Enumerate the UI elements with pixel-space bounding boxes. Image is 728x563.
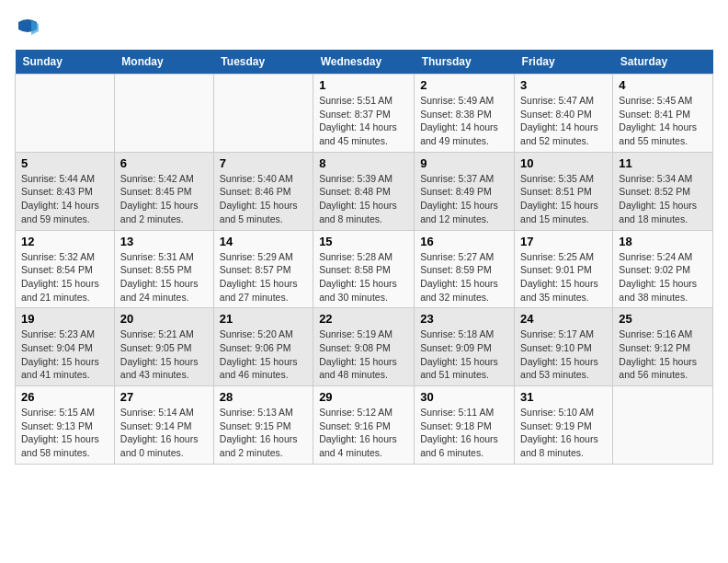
calendar-cell: 31Sunrise: 5:10 AM Sunset: 9:19 PM Dayli…	[515, 386, 613, 465]
day-info: Sunrise: 5:20 AM Sunset: 9:06 PM Dayligh…	[220, 327, 307, 382]
calendar-cell: 26Sunrise: 5:15 AM Sunset: 9:13 PM Dayli…	[16, 386, 115, 465]
day-info: Sunrise: 5:10 AM Sunset: 9:19 PM Dayligh…	[520, 406, 607, 460]
day-number: 3	[520, 78, 607, 92]
calendar-cell: 11Sunrise: 5:34 AM Sunset: 8:52 PM Dayli…	[613, 152, 713, 230]
day-info: Sunrise: 5:32 AM Sunset: 8:54 PM Dayligh…	[21, 250, 108, 304]
day-number: 6	[120, 156, 208, 170]
day-number: 26	[21, 390, 108, 404]
calendar-cell	[16, 75, 115, 153]
calendar-cell: 14Sunrise: 5:29 AM Sunset: 8:57 PM Dayli…	[213, 230, 313, 308]
calendar-cell: 2Sunrise: 5:49 AM Sunset: 8:38 PM Daylig…	[415, 75, 515, 153]
calendar-week-row: 12Sunrise: 5:32 AM Sunset: 8:54 PM Dayli…	[16, 230, 713, 308]
day-info: Sunrise: 5:12 AM Sunset: 9:16 PM Dayligh…	[319, 406, 408, 460]
calendar-cell: 16Sunrise: 5:27 AM Sunset: 8:59 PM Dayli…	[415, 230, 515, 308]
calendar-day-header: Thursday	[415, 50, 515, 75]
calendar-cell: 6Sunrise: 5:42 AM Sunset: 8:45 PM Daylig…	[114, 152, 213, 230]
day-number: 19	[21, 312, 108, 326]
calendar-cell: 1Sunrise: 5:51 AM Sunset: 8:37 PM Daylig…	[313, 75, 415, 153]
calendar-cell: 8Sunrise: 5:39 AM Sunset: 8:48 PM Daylig…	[313, 152, 415, 230]
day-info: Sunrise: 5:14 AM Sunset: 9:14 PM Dayligh…	[120, 406, 208, 460]
day-number: 5	[21, 156, 108, 170]
day-number: 14	[220, 235, 307, 248]
page-header	[15, 15, 713, 40]
day-info: Sunrise: 5:11 AM Sunset: 9:18 PM Dayligh…	[420, 406, 508, 460]
day-info: Sunrise: 5:13 AM Sunset: 9:15 PM Dayligh…	[220, 406, 307, 460]
day-info: Sunrise: 5:44 AM Sunset: 8:43 PM Dayligh…	[21, 172, 108, 226]
day-number: 21	[220, 312, 307, 326]
day-number: 27	[120, 390, 208, 404]
calendar-week-row: 5Sunrise: 5:44 AM Sunset: 8:43 PM Daylig…	[16, 152, 713, 230]
day-number: 15	[319, 235, 408, 248]
day-number: 11	[619, 156, 707, 170]
calendar-day-header: Wednesday	[313, 50, 415, 75]
day-info: Sunrise: 5:45 AM Sunset: 8:41 PM Dayligh…	[619, 94, 707, 148]
calendar-cell: 9Sunrise: 5:37 AM Sunset: 8:49 PM Daylig…	[415, 152, 515, 230]
calendar-cell: 24Sunrise: 5:17 AM Sunset: 9:10 PM Dayli…	[515, 308, 613, 386]
calendar-header-row: SundayMondayTuesdayWednesdayThursdayFrid…	[16, 50, 713, 75]
calendar-cell: 27Sunrise: 5:14 AM Sunset: 9:14 PM Dayli…	[114, 386, 213, 465]
day-number: 12	[21, 235, 108, 248]
day-number: 31	[520, 390, 607, 404]
day-info: Sunrise: 5:21 AM Sunset: 9:05 PM Dayligh…	[120, 327, 208, 382]
day-info: Sunrise: 5:34 AM Sunset: 8:52 PM Dayligh…	[619, 172, 707, 226]
calendar-table: SundayMondayTuesdayWednesdayThursdayFrid…	[15, 50, 713, 465]
day-number: 13	[120, 235, 208, 248]
day-number: 16	[420, 235, 508, 248]
calendar-cell: 10Sunrise: 5:35 AM Sunset: 8:51 PM Dayli…	[515, 152, 613, 230]
day-number: 24	[520, 312, 607, 326]
calendar-cell	[613, 386, 713, 465]
calendar-cell	[114, 75, 213, 153]
calendar-cell: 4Sunrise: 5:45 AM Sunset: 8:41 PM Daylig…	[613, 75, 713, 153]
day-info: Sunrise: 5:28 AM Sunset: 8:58 PM Dayligh…	[319, 250, 408, 304]
calendar-cell: 18Sunrise: 5:24 AM Sunset: 9:02 PM Dayli…	[613, 230, 713, 308]
calendar-cell: 12Sunrise: 5:32 AM Sunset: 8:54 PM Dayli…	[16, 230, 115, 308]
day-number: 20	[120, 312, 208, 326]
logo	[15, 15, 44, 40]
calendar-cell: 13Sunrise: 5:31 AM Sunset: 8:55 PM Dayli…	[114, 230, 213, 308]
day-number: 22	[319, 312, 408, 326]
calendar-day-header: Tuesday	[213, 50, 313, 75]
day-number: 18	[619, 235, 707, 248]
day-info: Sunrise: 5:27 AM Sunset: 8:59 PM Dayligh…	[420, 250, 508, 304]
calendar-cell: 7Sunrise: 5:40 AM Sunset: 8:46 PM Daylig…	[213, 152, 313, 230]
day-number: 2	[420, 78, 508, 92]
day-info: Sunrise: 5:15 AM Sunset: 9:13 PM Dayligh…	[21, 406, 108, 460]
day-info: Sunrise: 5:24 AM Sunset: 9:02 PM Dayligh…	[619, 250, 707, 304]
calendar-week-row: 19Sunrise: 5:23 AM Sunset: 9:04 PM Dayli…	[16, 308, 713, 386]
day-info: Sunrise: 5:23 AM Sunset: 9:04 PM Dayligh…	[21, 327, 108, 382]
day-number: 23	[420, 312, 508, 326]
calendar-cell: 20Sunrise: 5:21 AM Sunset: 9:05 PM Dayli…	[114, 308, 213, 386]
day-info: Sunrise: 5:35 AM Sunset: 8:51 PM Dayligh…	[520, 172, 607, 226]
day-number: 10	[520, 156, 607, 170]
calendar-cell: 29Sunrise: 5:12 AM Sunset: 9:16 PM Dayli…	[313, 386, 415, 465]
day-number: 29	[319, 390, 408, 404]
day-number: 25	[619, 312, 707, 326]
day-number: 7	[220, 156, 307, 170]
calendar-day-header: Monday	[114, 50, 213, 75]
calendar-day-header: Sunday	[16, 50, 115, 75]
calendar-day-header: Friday	[515, 50, 613, 75]
day-number: 17	[520, 235, 607, 248]
day-info: Sunrise: 5:51 AM Sunset: 8:37 PM Dayligh…	[319, 94, 408, 148]
calendar-week-row: 1Sunrise: 5:51 AM Sunset: 8:37 PM Daylig…	[16, 75, 713, 153]
day-info: Sunrise: 5:49 AM Sunset: 8:38 PM Dayligh…	[420, 94, 508, 148]
calendar-cell: 28Sunrise: 5:13 AM Sunset: 9:15 PM Dayli…	[213, 386, 313, 465]
calendar-cell: 22Sunrise: 5:19 AM Sunset: 9:08 PM Dayli…	[313, 308, 415, 386]
calendar-week-row: 26Sunrise: 5:15 AM Sunset: 9:13 PM Dayli…	[16, 386, 713, 465]
calendar-cell: 30Sunrise: 5:11 AM Sunset: 9:18 PM Dayli…	[415, 386, 515, 465]
day-info: Sunrise: 5:31 AM Sunset: 8:55 PM Dayligh…	[120, 250, 208, 304]
calendar-cell: 21Sunrise: 5:20 AM Sunset: 9:06 PM Dayli…	[213, 308, 313, 386]
calendar-cell: 25Sunrise: 5:16 AM Sunset: 9:12 PM Dayli…	[613, 308, 713, 386]
day-number: 28	[220, 390, 307, 404]
day-info: Sunrise: 5:16 AM Sunset: 9:12 PM Dayligh…	[619, 327, 707, 382]
day-number: 9	[420, 156, 508, 170]
day-number: 30	[420, 390, 508, 404]
day-info: Sunrise: 5:25 AM Sunset: 9:01 PM Dayligh…	[520, 250, 607, 304]
day-info: Sunrise: 5:37 AM Sunset: 8:49 PM Dayligh…	[420, 172, 508, 226]
day-info: Sunrise: 5:42 AM Sunset: 8:45 PM Dayligh…	[120, 172, 208, 226]
calendar-cell: 3Sunrise: 5:47 AM Sunset: 8:40 PM Daylig…	[515, 75, 613, 153]
day-number: 1	[319, 78, 408, 92]
day-info: Sunrise: 5:29 AM Sunset: 8:57 PM Dayligh…	[220, 250, 307, 304]
calendar-day-header: Saturday	[613, 50, 713, 75]
day-info: Sunrise: 5:47 AM Sunset: 8:40 PM Dayligh…	[520, 94, 607, 148]
